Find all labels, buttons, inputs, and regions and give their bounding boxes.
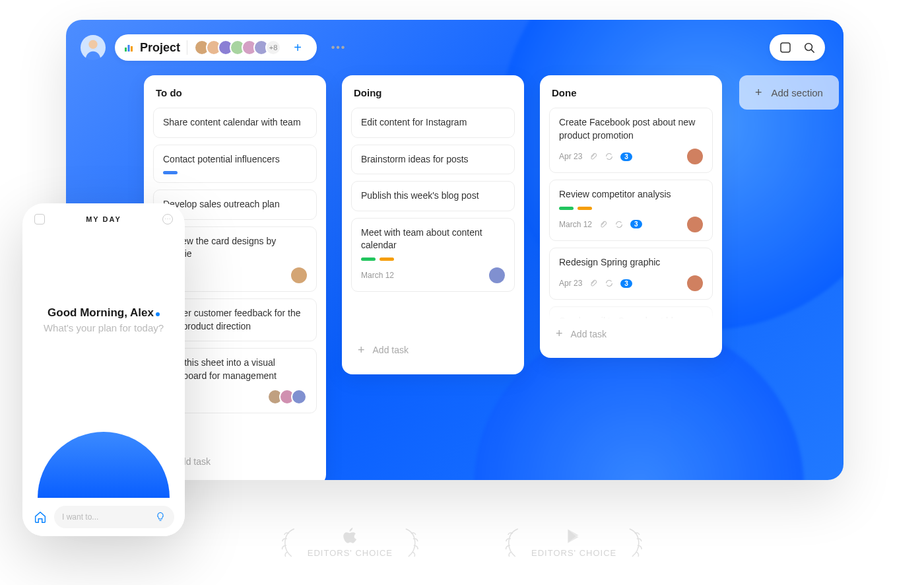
card-title: Share content calendar with team	[163, 116, 307, 129]
layout-icon[interactable]	[776, 38, 795, 57]
greeting-sub: What's your plan for today?	[22, 322, 185, 333]
accent-dot	[156, 312, 160, 316]
card-title: Review competitor analysis	[559, 188, 703, 201]
chat-input[interactable]: I want to...	[54, 506, 174, 528]
task-card[interactable]: Contact potential influencers	[153, 145, 317, 184]
attachment-icon	[589, 152, 598, 161]
add-member-button[interactable]: +	[290, 40, 305, 55]
column-title: Done	[549, 87, 713, 98]
label-orange	[380, 258, 394, 261]
header-right-controls	[770, 34, 825, 61]
more-options-button[interactable]: •••	[329, 38, 348, 57]
card-date: March 12	[559, 220, 592, 229]
apple-icon	[341, 527, 359, 545]
user-avatar[interactable]	[81, 35, 106, 60]
task-card[interactable]: Share content calendar with team	[153, 108, 317, 138]
svg-rect-3	[781, 43, 790, 52]
task-card[interactable]: Meet with team about content calendar Ma…	[351, 218, 515, 292]
plus-icon: +	[556, 327, 563, 341]
assignee-avatar	[489, 267, 505, 283]
laurel-right-icon	[623, 526, 649, 559]
home-icon[interactable]	[33, 510, 48, 524]
svg-rect-2	[131, 46, 133, 52]
repeat-icon	[605, 279, 614, 288]
badge-text: EDITORS' CHOICE	[308, 548, 393, 558]
column-doing: Doing Edit content for Instagram Brainst…	[342, 75, 524, 374]
label-blue	[163, 171, 178, 174]
assignee-avatar	[291, 267, 307, 283]
assignee-avatar	[687, 149, 703, 164]
comment-badge: 3	[620, 279, 632, 288]
svg-rect-1	[128, 45, 130, 52]
plus-icon: +	[755, 86, 762, 100]
task-card[interactable]: Brainstorm ideas for posts	[351, 145, 515, 175]
card-title: Create Facebook post about new product p…	[559, 116, 703, 142]
column-done: Done Create Facebook post about new prod…	[540, 75, 722, 358]
task-card[interactable]: Create Facebook post about new product p…	[549, 108, 713, 173]
badge-center: EDITORS' CHOICE	[308, 527, 393, 558]
card-date: Apr 23	[559, 152, 582, 161]
attachment-icon	[589, 279, 598, 288]
card-labels	[163, 171, 307, 174]
task-card[interactable]: Review competitor analysis March 12 3	[549, 180, 713, 241]
comment-badge: 3	[630, 220, 642, 228]
card-labels	[361, 258, 505, 261]
card-meta: Apr 23 3	[559, 275, 703, 291]
mobile-greeting: Good Morning, Alex What's your plan for …	[22, 306, 185, 333]
mobile-bottom-bar: I want to...	[22, 498, 185, 536]
column-title: Doing	[351, 87, 515, 98]
assignee-avatar	[687, 217, 703, 232]
project-title[interactable]: Project	[140, 41, 180, 55]
card-labels	[559, 207, 703, 210]
card-meta: Apr 23 3	[559, 149, 703, 164]
more-members-count[interactable]: +8	[265, 40, 281, 55]
app-header: Project +8 + •••	[66, 20, 843, 61]
avatar-stack[interactable]: +8	[194, 40, 281, 55]
lightbulb-icon[interactable]	[154, 511, 166, 523]
add-task-button[interactable]: +Add task	[549, 319, 713, 349]
divider	[187, 40, 187, 55]
card-title: Redesign Spring graphic	[559, 256, 703, 269]
label-orange	[578, 207, 592, 210]
add-task-button[interactable]: +Add task	[351, 335, 515, 365]
add-task-label: Add task	[373, 345, 409, 355]
plus-icon: +	[358, 343, 365, 357]
add-section-button[interactable]: + Add section	[739, 75, 839, 110]
add-task-label: Add task	[571, 329, 607, 339]
assignee-avatar	[291, 389, 307, 405]
laurel-left-icon	[498, 526, 525, 559]
task-card[interactable]: Send email to Sara about blog	[549, 306, 713, 319]
card-title: Send email to Sara about blog	[559, 315, 703, 319]
task-card[interactable]: Publish this week's blog post	[351, 181, 515, 211]
svg-point-4	[805, 44, 812, 51]
card-title: Contact potential influencers	[163, 153, 307, 166]
card-date: Apr 23	[559, 279, 582, 288]
search-icon[interactable]	[800, 38, 818, 57]
google-play-icon	[565, 527, 583, 545]
card-title: Brainstorm ideas for posts	[361, 153, 505, 166]
card-meta: March 12 3	[559, 217, 703, 232]
checkbox-icon[interactable]	[34, 214, 45, 224]
mobile-sun-graphic	[38, 432, 170, 498]
card-meta: March 12	[361, 267, 505, 283]
card-date: March 12	[361, 271, 394, 280]
add-section-label: Add section	[772, 87, 823, 98]
chat-placeholder: I want to...	[62, 512, 98, 522]
attachment-icon	[599, 220, 608, 229]
cards-scroll[interactable]: Create Facebook post about new product p…	[549, 108, 713, 319]
task-card[interactable]: Redesign Spring graphic Apr 23 3	[549, 248, 713, 300]
column-title: To do	[153, 87, 317, 98]
task-card[interactable]: Edit content for Instagram	[351, 108, 515, 138]
chart-icon	[124, 43, 133, 52]
badge-text: EDITORS' CHOICE	[531, 548, 616, 558]
repeat-icon	[614, 220, 624, 229]
repeat-icon	[605, 152, 614, 161]
badges-row: EDITORS' CHOICE EDITORS' CHOICE	[275, 526, 649, 559]
svg-rect-0	[125, 48, 127, 52]
assignee-avatar	[687, 275, 703, 291]
project-pill: Project +8 +	[115, 34, 317, 61]
comment-badge: 3	[620, 153, 632, 161]
mobile-header: MY DAY	[22, 203, 185, 224]
laurel-right-icon	[399, 526, 426, 559]
more-icon[interactable]	[162, 214, 173, 224]
